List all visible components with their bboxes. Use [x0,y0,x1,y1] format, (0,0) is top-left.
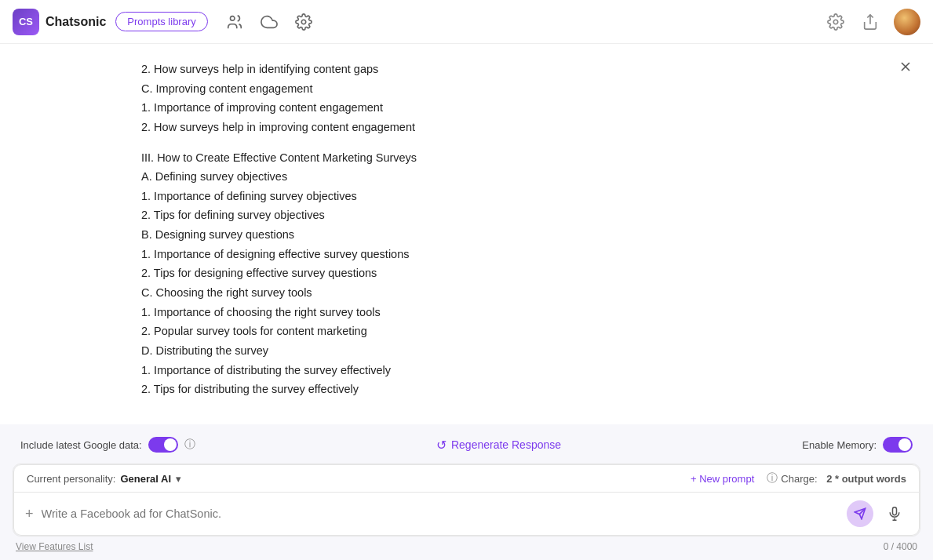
chat-line: 2. Tips for designing effective survey q… [141,264,792,283]
enable-memory-label: Enable Memory: [802,439,877,451]
new-prompt-button[interactable]: + New prompt [691,473,754,485]
chat-line: B. Designing survey questions [141,225,792,245]
svg-point-1 [301,20,306,24]
input-area: + [13,493,920,536]
chat-line: 2. Tips for distributing the survey effe… [141,380,792,399]
chat-line: C. Choosing the right survey tools [141,283,792,303]
memory-toggle[interactable] [883,437,913,453]
regenerate-icon: ↺ [436,438,446,453]
mic-button[interactable] [881,500,908,527]
personality-name: General AI [120,473,171,485]
main-content: 2. How surveys help in identifying conte… [0,44,933,560]
svg-rect-8 [893,507,897,515]
bottom-footer: View Features List 0 / 4000 [13,536,920,554]
memory-option: Enable Memory: [802,437,913,453]
google-data-info-icon[interactable]: ⓘ [184,438,195,452]
add-icon[interactable]: + [25,506,34,522]
google-data-option: Include latest Google data: ⓘ [20,437,195,453]
send-button[interactable] [847,500,873,527]
options-row: Include latest Google data: ⓘ ↺ Regenera… [13,432,920,457]
view-features-link[interactable]: View Features List [16,541,93,552]
share-icon[interactable] [859,11,881,33]
chat-line: C. Improving content engagement [141,79,792,99]
logo-name: Chatsonic [46,15,106,29]
header-right [825,9,920,35]
personality-label: Current personality: [27,473,115,485]
personality-chevron-icon[interactable]: ▾ [176,473,181,485]
cloud-icon[interactable] [258,11,280,33]
logo-area: CS Chatsonic [13,9,106,35]
chat-line: 2. Tips for defining survey objectives [141,205,792,225]
chat-line: A. Defining survey objectives [141,167,792,187]
close-button[interactable] [894,55,917,78]
header: CS Chatsonic Prompts library [0,0,933,44]
prompts-library-button[interactable]: Prompts library [115,12,207,31]
settings-icon[interactable] [293,11,315,33]
chat-line: 2. Popular survey tools for content mark… [141,322,792,341]
google-data-toggle[interactable] [148,437,178,453]
chat-line: 1. Importance of defining survey objecti… [141,187,792,206]
chat-line: 1. Importance of improving content engag… [141,98,792,118]
logo-icon: CS [13,9,39,35]
charge-info-icon: ⓘ [767,471,778,485]
personality-bar: Current personality: General AI ▾ + New … [13,464,920,493]
chat-input[interactable] [42,507,839,520]
chat-area: 2. How surveys help in identifying conte… [0,44,933,424]
svg-point-0 [230,16,235,20]
bottom-area: Include latest Google data: ⓘ ↺ Regenera… [0,424,933,560]
input-container: Current personality: General AI ▾ + New … [13,464,920,536]
chat-line: 2. How surveys help in improving content… [141,118,792,137]
chat-line: 1. Importance of distributing the survey… [141,361,792,380]
header-settings-icon[interactable] [825,11,847,33]
chat-line: D. Distributing the survey [141,341,792,361]
header-icons [224,11,315,33]
community-icon[interactable] [224,11,246,33]
svg-point-2 [833,20,838,24]
chat-line: 1. Importance of designing effective sur… [141,245,792,264]
avatar[interactable] [894,9,920,35]
google-data-label: Include latest Google data: [20,439,142,451]
regenerate-button[interactable]: ↺ Regenerate Response [436,438,561,453]
chat-line: III. How to Create Effective Content Mar… [141,148,792,168]
charge-info: ⓘ Charge: 2 * output words [767,471,906,485]
chat-line: 1. Importance of choosing the right surv… [141,303,792,322]
char-count: 0 / 4000 [884,541,917,552]
personality-left: Current personality: General AI ▾ [27,473,181,485]
chat-line: 2. How surveys help in identifying conte… [141,60,792,79]
personality-right: + New prompt ⓘ Charge: 2 * output words [691,471,906,485]
